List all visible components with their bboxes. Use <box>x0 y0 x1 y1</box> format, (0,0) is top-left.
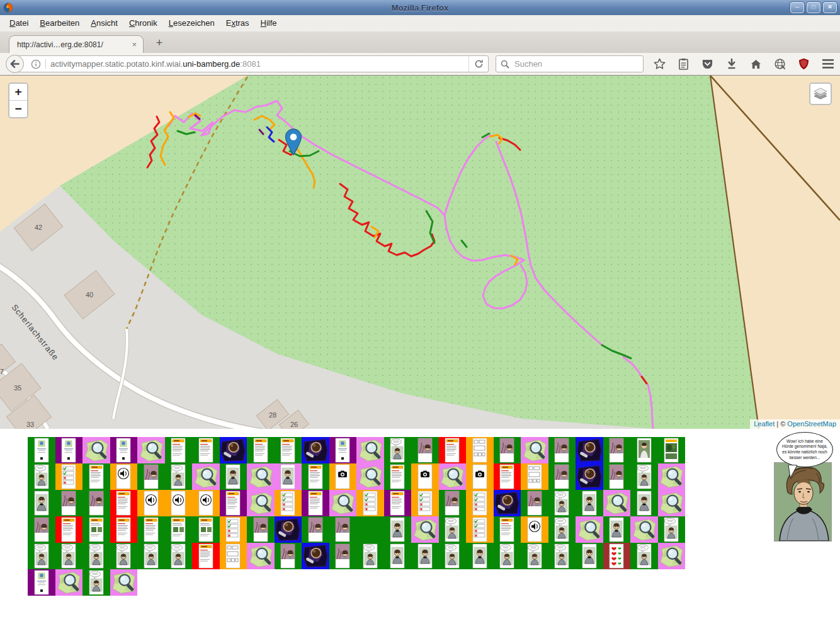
menu-item-ansicht[interactable]: Ansicht <box>85 15 123 31</box>
grid-tile-portrait[interactable] <box>576 490 603 516</box>
grid-tile-osm[interactable] <box>630 516 658 543</box>
grid-tile-bubble[interactable] <box>630 543 658 569</box>
grid-tile-osm[interactable] <box>658 463 686 490</box>
grid-tile-bubble[interactable] <box>521 543 548 569</box>
grid-tile-portrait[interactable] <box>28 490 55 516</box>
grid-tile-portrait[interactable] <box>411 543 439 569</box>
back-button[interactable] <box>6 55 24 73</box>
grid-tile-check[interactable] <box>466 516 494 543</box>
grid-tile-face[interactable] <box>521 490 548 516</box>
grid-tile-bubble[interactable] <box>548 516 576 543</box>
menu-item-datei[interactable]: Datei <box>4 15 34 31</box>
grid-tile-face[interactable] <box>302 516 329 543</box>
grid-tile-docP[interactable] <box>192 516 220 543</box>
grid-tile-face[interactable] <box>329 516 357 543</box>
grid-tile-bubble[interactable] <box>82 543 110 569</box>
grid-tile-osm[interactable] <box>247 490 275 516</box>
grid-tile-portrait[interactable] <box>384 543 412 569</box>
grid-tile-bubble[interactable] <box>548 543 576 569</box>
grid-tile-doc[interactable] <box>494 516 521 543</box>
grid-tile-speaker[interactable] <box>110 463 138 490</box>
grid-tile-bubble[interactable] <box>28 543 55 569</box>
new-tab-button[interactable]: + <box>150 35 169 52</box>
grid-tile-dark[interactable] <box>576 463 603 490</box>
tab-close-icon[interactable]: × <box>130 40 139 49</box>
grid-tile-doc[interactable] <box>220 490 247 516</box>
leaflet-link[interactable]: Leaflet <box>754 420 775 428</box>
grid-tile-form[interactable] <box>521 463 548 490</box>
grid-tile-bubble[interactable] <box>384 437 412 463</box>
grid-tile-icons[interactable] <box>603 543 631 569</box>
grid-tile-speaker[interactable] <box>521 516 548 543</box>
grid-tile-osm[interactable] <box>603 490 631 516</box>
grid-tile-form[interactable] <box>220 543 247 569</box>
grid-tile-osm[interactable] <box>521 437 548 463</box>
grid-tile-check[interactable] <box>55 463 83 490</box>
grid-tile-doc[interactable] <box>55 516 83 543</box>
grid-tile-face[interactable] <box>548 463 576 490</box>
grid-tile-dark[interactable] <box>275 516 302 543</box>
grid-tile-doc[interactable] <box>192 543 220 569</box>
grid-tile-doc[interactable] <box>275 437 302 463</box>
grid-tile-doc[interactable] <box>302 463 329 490</box>
grid-tile-check[interactable] <box>356 490 384 516</box>
grid-tile-face[interactable] <box>603 437 631 463</box>
search-input[interactable] <box>513 59 635 69</box>
grid-tile-doc[interactable] <box>110 516 138 543</box>
grid-tile-app[interactable] <box>28 437 55 463</box>
maximize-button[interactable]: □ <box>807 2 820 13</box>
menu-item-chronik[interactable]: Chronik <box>123 15 163 31</box>
ublock-shield-icon[interactable] <box>793 55 815 74</box>
bookmark-star-icon[interactable] <box>649 55 670 74</box>
grid-tile-osm[interactable] <box>658 543 686 569</box>
grid-tile-check[interactable] <box>411 490 439 516</box>
grid-tile-bubble[interactable] <box>55 543 83 569</box>
grid-tile-face[interactable] <box>603 463 631 490</box>
grid-tile-bubble[interactable] <box>494 543 521 569</box>
grid-tile-portrait[interactable] <box>275 463 302 490</box>
grid-tile-speaker[interactable] <box>137 490 165 516</box>
grid-tile-face[interactable] <box>329 543 357 569</box>
grid-tile-bubble[interactable] <box>110 543 138 569</box>
grid-tile-dark[interactable] <box>302 543 329 569</box>
grid-tile-doc[interactable] <box>247 437 275 463</box>
grid-tile-portrait[interactable] <box>630 490 658 516</box>
home-icon[interactable] <box>745 55 766 74</box>
grid-tile-camera[interactable] <box>411 463 439 490</box>
grid-tile-doc[interactable] <box>439 437 467 463</box>
grid-tile-face[interactable] <box>548 437 576 463</box>
grid-tile-app[interactable] <box>329 437 357 463</box>
grid-tile-bubble[interactable] <box>439 516 467 543</box>
downloads-icon[interactable] <box>721 55 742 74</box>
grid-tile-doc[interactable] <box>137 516 165 543</box>
grid-tile-doc[interactable] <box>82 463 110 490</box>
url-bar[interactable]: activitymapper.static.potato.kinf.wiai.u… <box>14 55 489 72</box>
active-tab[interactable]: http://activi…erg.de:8081/ × <box>9 35 144 53</box>
grid-tile-face[interactable] <box>137 463 165 490</box>
grid-tile-osm[interactable] <box>576 516 603 543</box>
menu-item-bearbeiten[interactable]: Bearbeiten <box>34 15 85 31</box>
grid-tile-face[interactable] <box>82 490 110 516</box>
zoom-out-button[interactable]: − <box>9 100 27 117</box>
grid-tile-portrait[interactable] <box>220 463 247 490</box>
grid-tile-speaker[interactable] <box>165 490 193 516</box>
grid-tile-docP[interactable] <box>165 516 193 543</box>
grid-tile-face[interactable] <box>28 516 55 543</box>
grid-tile-dark[interactable] <box>220 437 247 463</box>
grid-tile-bubble[interactable] <box>137 543 165 569</box>
grid-tile-osm[interactable] <box>439 463 467 490</box>
grid-tile-osm[interactable] <box>137 437 165 463</box>
grid-tile-app[interactable] <box>55 437 83 463</box>
grid-tile-bubble[interactable] <box>630 463 658 490</box>
grid-tile-osm[interactable] <box>55 569 83 596</box>
grid-tile-bubble[interactable] <box>439 543 467 569</box>
grid-tile-osm[interactable] <box>329 490 357 516</box>
grid-tile-check[interactable] <box>466 490 494 516</box>
grid-tile-bubble[interactable] <box>165 463 193 490</box>
grid-tile-photoP[interactable] <box>630 437 658 463</box>
grid-tile-doc[interactable] <box>165 437 193 463</box>
grid-tile-face[interactable] <box>494 437 521 463</box>
map-canvas[interactable]: 42 40 37 35 33 28 26 Scherlachstraße <box>0 76 840 429</box>
grid-tile-speaker[interactable] <box>192 490 220 516</box>
grid-tile-plain[interactable] <box>356 516 384 543</box>
